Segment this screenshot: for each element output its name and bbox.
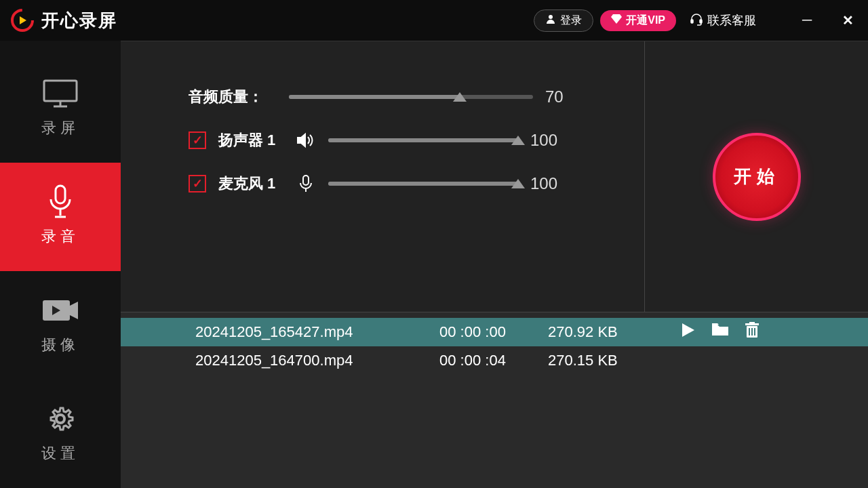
recordings-list: 20241205_165427.mp4 00 :00 :00 270.92 KB… bbox=[121, 312, 868, 488]
support-button[interactable]: 联系客服 bbox=[683, 12, 763, 29]
quality-slider[interactable] bbox=[289, 95, 533, 99]
mic-label: 麦克风 1 bbox=[218, 174, 283, 194]
sidebar: 录屏 录音 摄像 设置 bbox=[0, 41, 121, 488]
file-actions bbox=[681, 322, 760, 342]
file-size: 270.92 KB bbox=[548, 323, 656, 341]
speaker-slider[interactable] bbox=[328, 138, 518, 142]
svg-rect-23 bbox=[751, 328, 753, 336]
speaker-row: ✓ 扬声器 1 100 bbox=[189, 119, 617, 162]
check-icon: ✓ bbox=[193, 133, 203, 148]
speaker-value: 100 bbox=[530, 131, 571, 150]
sidebar-label: 录音 bbox=[41, 226, 79, 247]
sidebar-item-audiorec[interactable]: 录音 bbox=[0, 163, 121, 271]
camera-icon bbox=[40, 296, 81, 325]
start-record-button[interactable]: 开始 bbox=[713, 133, 801, 221]
mic-slider[interactable] bbox=[328, 182, 518, 186]
sidebar-label: 摄像 bbox=[41, 335, 79, 355]
svg-rect-16 bbox=[303, 176, 309, 185]
sidebar-item-screenrec[interactable]: 录屏 bbox=[0, 54, 121, 163]
mic-checkbox[interactable]: ✓ bbox=[189, 175, 206, 192]
audio-settings-panel: 音频质量： 70 ✓ 扬声器 1 bbox=[121, 41, 868, 312]
minimize-button[interactable]: ─ bbox=[797, 12, 817, 28]
svg-point-2 bbox=[549, 15, 553, 19]
user-icon bbox=[545, 14, 556, 27]
svg-rect-6 bbox=[44, 81, 77, 101]
file-duration: 00 :00 :00 bbox=[439, 323, 548, 341]
sidebar-item-camera[interactable]: 摄像 bbox=[0, 271, 121, 380]
speaker-label: 扬声器 1 bbox=[218, 130, 283, 150]
monitor-icon bbox=[40, 79, 81, 108]
svg-rect-4 bbox=[691, 20, 693, 23]
logo-area: 开心录屏 bbox=[10, 8, 117, 33]
svg-marker-18 bbox=[682, 323, 694, 337]
vip-label: 开通VIP bbox=[626, 14, 665, 28]
sidebar-label: 录屏 bbox=[41, 118, 79, 138]
svg-rect-21 bbox=[749, 322, 755, 323]
folder-icon[interactable] bbox=[711, 322, 730, 342]
svg-marker-15 bbox=[298, 134, 305, 146]
file-row[interactable]: 20241205_165427.mp4 00 :00 :00 270.92 KB bbox=[121, 318, 868, 346]
login-label: 登录 bbox=[560, 14, 582, 28]
speaker-checkbox[interactable]: ✓ bbox=[189, 131, 206, 149]
play-icon[interactable] bbox=[681, 322, 696, 342]
sidebar-item-settings[interactable]: 设置 bbox=[0, 380, 121, 488]
support-label: 联系客服 bbox=[707, 12, 756, 28]
login-button[interactable]: 登录 bbox=[534, 9, 593, 32]
quality-value: 70 bbox=[545, 87, 586, 106]
check-icon: ✓ bbox=[193, 176, 203, 191]
sidebar-label: 设置 bbox=[41, 443, 79, 464]
svg-marker-1 bbox=[20, 16, 26, 24]
titlebar: 开心录屏 登录 开通VIP 联系客服 ─ ✕ bbox=[0, 0, 868, 41]
file-size: 270.15 KB bbox=[548, 352, 656, 369]
svg-rect-22 bbox=[749, 328, 750, 336]
mic-row: ✓ 麦克风 1 100 bbox=[189, 162, 617, 205]
svg-rect-9 bbox=[56, 186, 65, 203]
file-name: 20241205_164700.mp4 bbox=[195, 352, 439, 369]
app-title: 开心录屏 bbox=[41, 9, 117, 33]
mic-value: 100 bbox=[530, 174, 571, 193]
main-area: 音频质量： 70 ✓ 扬声器 1 bbox=[121, 41, 868, 488]
speaker-icon bbox=[296, 132, 316, 148]
svg-rect-24 bbox=[754, 328, 755, 336]
titlebar-actions: 登录 开通VIP 联系客服 ─ ✕ bbox=[534, 9, 858, 32]
delete-icon[interactable] bbox=[745, 322, 760, 342]
file-duration: 00 :00 :04 bbox=[439, 352, 548, 369]
file-row[interactable]: 20241205_164700.mp4 00 :00 :04 270.15 KB bbox=[121, 346, 868, 375]
mic-small-icon bbox=[296, 174, 316, 193]
file-name: 20241205_165427.mp4 bbox=[195, 323, 439, 341]
close-button[interactable]: ✕ bbox=[837, 12, 858, 28]
svg-marker-13 bbox=[70, 302, 78, 319]
window-controls: ─ ✕ bbox=[797, 12, 858, 28]
gear-icon bbox=[40, 404, 81, 434]
quality-label: 音频质量： bbox=[189, 87, 277, 107]
diamond-icon bbox=[611, 14, 622, 26]
svg-rect-20 bbox=[745, 323, 759, 325]
app-logo-icon bbox=[10, 8, 35, 33]
vip-button[interactable]: 开通VIP bbox=[600, 10, 676, 31]
svg-marker-3 bbox=[611, 14, 622, 24]
start-label: 开始 bbox=[734, 165, 780, 188]
quality-row: 音频质量： 70 bbox=[189, 75, 617, 119]
mic-icon bbox=[40, 187, 81, 217]
headset-icon bbox=[690, 12, 703, 29]
svg-rect-5 bbox=[700, 20, 702, 23]
